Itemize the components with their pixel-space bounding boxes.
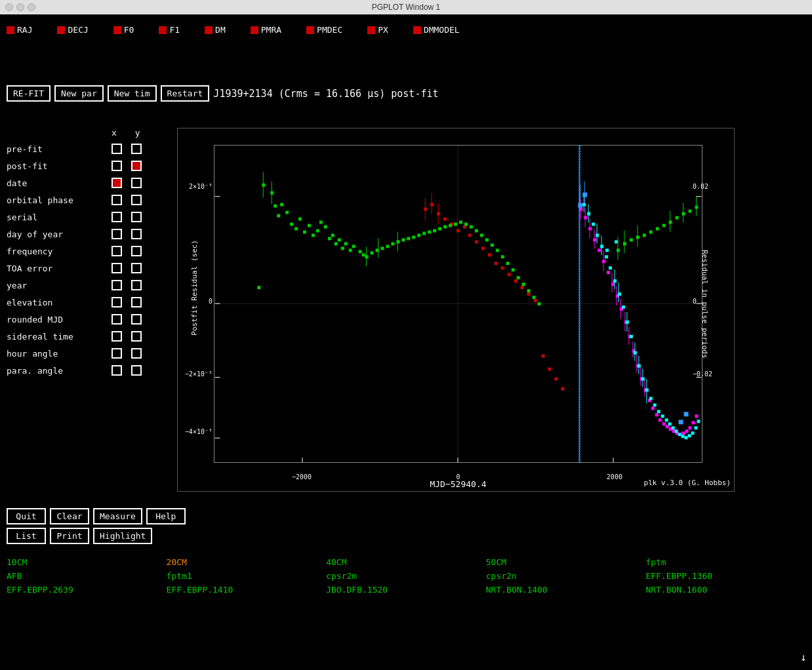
plot-svg: [214, 146, 702, 462]
checkbox-x-4[interactable]: [112, 212, 122, 222]
axis-row-hour-angle[interactable]: hour angle: [7, 345, 177, 362]
help-button[interactable]: Help: [146, 508, 186, 524]
scroll-down-arrow[interactable]: ↓: [800, 651, 807, 663]
axis-row-day-of-year[interactable]: day of year: [7, 226, 177, 243]
axis-row-date[interactable]: date: [7, 174, 177, 191]
checkbox-y-3[interactable]: [131, 195, 142, 205]
param-toggle-F1[interactable]: F1: [159, 25, 180, 35]
svg-rect-77: [470, 225, 473, 228]
param-toggle-PMRA[interactable]: PMRA: [251, 25, 281, 35]
checkbox-y-6[interactable]: [131, 246, 142, 256]
axis-row-serial[interactable]: serial: [7, 208, 177, 226]
svg-rect-16: [316, 229, 319, 232]
restart-button[interactable]: Restart: [161, 85, 210, 102]
svg-rect-191: [630, 238, 633, 241]
maximize-button[interactable]: [28, 3, 35, 11]
checkbox-y-7[interactable]: [131, 263, 142, 273]
plot-area[interactable]: [214, 145, 702, 463]
axis-row-frequency[interactable]: frequency: [7, 243, 177, 260]
close-button[interactable]: [5, 3, 13, 11]
axis-row-sidereal-time[interactable]: sidereal time: [7, 328, 177, 345]
svg-rect-171: [615, 240, 618, 243]
svg-rect-88: [527, 289, 531, 292]
svg-rect-84: [506, 262, 510, 265]
checkbox-x-3[interactable]: [112, 195, 122, 205]
svg-rect-114: [662, 422, 666, 425]
new-tim-button[interactable]: New tim: [108, 85, 157, 102]
param-toggle-DMMODEL[interactable]: DMMODEL: [413, 25, 460, 35]
checkbox-x-0[interactable]: [112, 144, 122, 154]
checkbox-x-13[interactable]: [112, 365, 122, 376]
checkbox-x-1[interactable]: [112, 161, 122, 171]
svg-rect-155: [649, 397, 653, 400]
checkbox-y-13[interactable]: [131, 365, 142, 376]
axis-row-elevation[interactable]: elevation: [7, 294, 177, 311]
checkbox-x-7[interactable]: [112, 263, 122, 273]
svg-rect-8: [280, 203, 283, 207]
quit-button[interactable]: Quit: [7, 508, 46, 524]
svg-rect-6: [274, 205, 277, 208]
checkbox-y-0[interactable]: [131, 144, 142, 154]
svg-rect-22: [338, 238, 341, 241]
param-toggle-RAJ[interactable]: RAJ: [7, 25, 32, 35]
svg-rect-82: [496, 248, 499, 252]
print-button[interactable]: Print: [50, 528, 89, 544]
axis-row-label-12: hour angle: [7, 349, 112, 359]
param-toggle-DECJ[interactable]: DECJ: [57, 25, 88, 35]
checkbox-y-1[interactable]: [131, 161, 142, 171]
svg-rect-196: [662, 224, 666, 227]
window-controls: [5, 3, 35, 11]
checkbox-x-5[interactable]: [112, 229, 122, 239]
axis-row-TOA-error[interactable]: TOA error: [7, 260, 177, 277]
param-toggle-PMDEC[interactable]: PMDEC: [306, 25, 342, 35]
checkbox-y-5[interactable]: [131, 229, 142, 239]
checkbox-y-11[interactable]: [131, 331, 142, 342]
axis-row-para.-angle[interactable]: para. angle: [7, 362, 177, 379]
checkbox-x-11[interactable]: [112, 331, 122, 342]
svg-rect-89: [533, 296, 536, 299]
param-toggle-F0[interactable]: F0: [113, 25, 134, 35]
param-toggle-DM[interactable]: DM: [205, 25, 226, 35]
label-row-3: EFF.EBPP.2639 EFF.EBPP.1410 JBO.DFB.1520…: [7, 585, 805, 595]
label-cpsr2n: cpsr2n: [486, 571, 646, 581]
checkbox-y-9[interactable]: [131, 297, 142, 307]
axis-row-label-9: elevation: [7, 298, 112, 307]
checkbox-y-4[interactable]: [131, 212, 142, 222]
checkbox-y-8[interactable]: [131, 280, 142, 290]
svg-rect-72: [443, 225, 447, 228]
checkbox-y-12[interactable]: [131, 348, 142, 359]
refit-button[interactable]: RE-FIT: [7, 85, 51, 102]
checkbox-x-9[interactable]: [112, 297, 122, 307]
minimize-button[interactable]: [16, 3, 24, 11]
param-toggle-PX[interactable]: PX: [367, 25, 388, 35]
new-par-button[interactable]: New par: [54, 85, 104, 102]
highlight-button[interactable]: Highlight: [93, 528, 152, 544]
svg-rect-18: [324, 225, 327, 228]
svg-rect-17: [319, 221, 323, 224]
axis-row-orbital-phase[interactable]: orbital phase: [7, 191, 177, 208]
plot-title: J1939+2134 (Crms = 16.166 μs) post-fit: [213, 88, 438, 100]
window-title: PGPLOT Window 1: [372, 3, 440, 12]
axis-row-label-8: year: [7, 281, 112, 290]
label-eff1410: EFF.EBPP.1410: [167, 585, 327, 595]
axis-row-pre-fit[interactable]: pre-fit: [7, 140, 177, 157]
checkbox-x-8[interactable]: [112, 280, 122, 290]
svg-rect-49: [534, 299, 537, 302]
checkbox-x-6[interactable]: [112, 246, 122, 256]
measure-button[interactable]: Measure: [93, 508, 142, 524]
axis-header: x y: [112, 128, 177, 138]
svg-rect-194: [649, 230, 653, 233]
plot-container: 2×10⁻⁵ 0 −2×10⁻⁵ −4×10⁻⁵ Postfit Residua…: [177, 128, 735, 492]
checkbox-x-10[interactable]: [112, 314, 122, 325]
checkbox-y-10[interactable]: [131, 314, 142, 325]
axis-row-post-fit[interactable]: post-fit: [7, 157, 177, 174]
clear-button[interactable]: Clear: [50, 508, 89, 524]
axis-row-year[interactable]: year: [7, 277, 177, 294]
checkbox-y-2[interactable]: [131, 178, 142, 188]
checkbox-x-2[interactable]: [112, 178, 122, 188]
svg-rect-57: [365, 255, 369, 258]
checkbox-x-12[interactable]: [112, 348, 122, 359]
axis-row-rounded-MJD[interactable]: rounded MJD: [7, 311, 177, 328]
plk-version: plk v.3.0 (G. Hobbs): [644, 479, 731, 487]
list-button[interactable]: List: [7, 528, 46, 544]
